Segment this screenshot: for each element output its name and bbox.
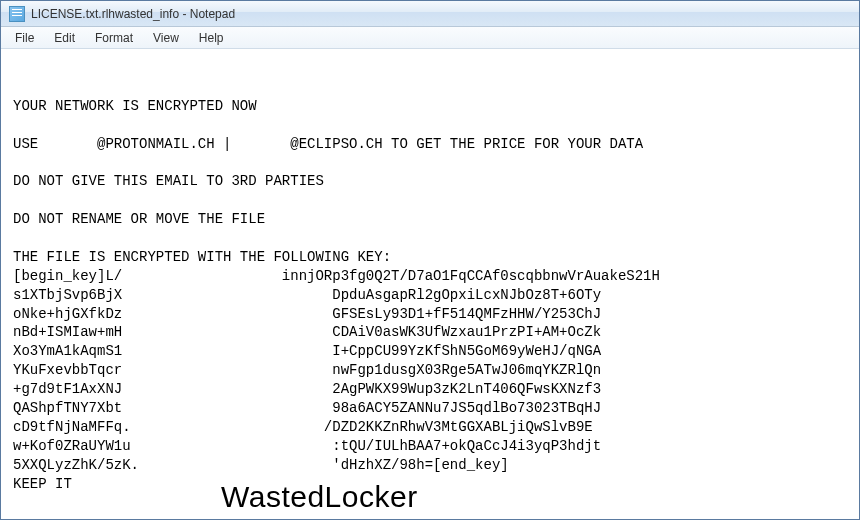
menu-bar: File Edit Format View Help (1, 27, 859, 49)
menu-edit[interactable]: Edit (44, 29, 85, 47)
menu-file[interactable]: File (5, 29, 44, 47)
watermark-label: WastedLocker (221, 477, 418, 518)
menu-format[interactable]: Format (85, 29, 143, 47)
document-text: YOUR NETWORK IS ENCRYPTED NOW USE @PROTO… (13, 98, 660, 492)
notepad-window: LICENSE.txt.rlhwasted_info - Notepad Fil… (0, 0, 860, 520)
window-title: LICENSE.txt.rlhwasted_info - Notepad (31, 7, 235, 21)
text-area[interactable]: YOUR NETWORK IS ENCRYPTED NOW USE @PROTO… (1, 49, 859, 519)
notepad-icon (9, 6, 25, 22)
menu-help[interactable]: Help (189, 29, 234, 47)
title-bar[interactable]: LICENSE.txt.rlhwasted_info - Notepad (1, 1, 859, 27)
menu-view[interactable]: View (143, 29, 189, 47)
